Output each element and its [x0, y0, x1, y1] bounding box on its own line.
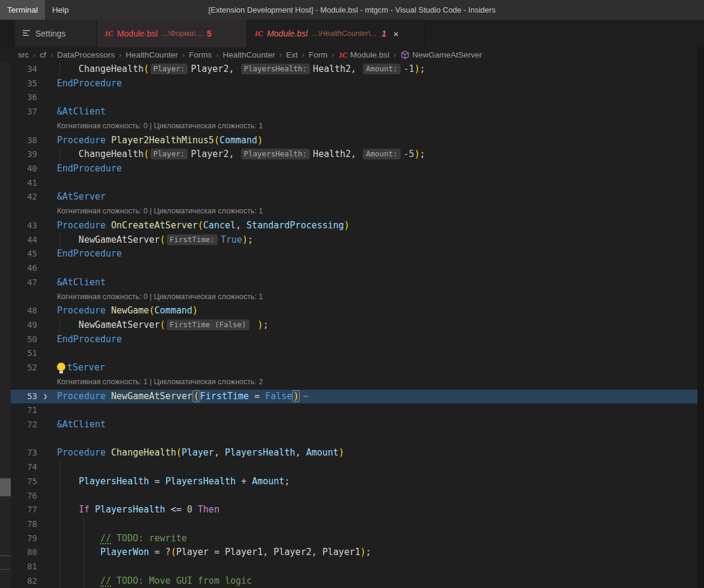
- line-number: 53: [11, 390, 37, 404]
- code-text: EndProcedure: [57, 247, 122, 261]
- token-var: Amount: [306, 447, 338, 458]
- code-line-41[interactable]: 41: [0, 176, 704, 191]
- code-text: EndProcedure: [57, 77, 122, 91]
- code-line-52[interactable]: 52tServer: [0, 361, 704, 375]
- lightbulb-icon[interactable]: [57, 363, 65, 371]
- token-txt: ChangeHealth: [57, 64, 144, 74]
- code-line-47[interactable]: 47&AtClient: [0, 276, 704, 290]
- code-line-82[interactable]: 82 // TODO: Move GUI from logic: [0, 574, 704, 588]
- breadcrumb-item-healthcounter[interactable]: ›HealthCounter: [115, 50, 177, 59]
- code-line-53[interactable]: 53❯Procedure NewGameAtServer(FirstTime =…: [0, 390, 704, 404]
- code-line-77[interactable]: 77 If PlayersHealth <= 0 Then: [0, 503, 704, 517]
- token-fn: OnCreateAtServer: [111, 220, 198, 231]
- code-text: &AtServer: [57, 190, 106, 204]
- tab-module-bsl-healthcounter[interactable]: 1C Module.bsl ...\HealthCounter\... 1 ×: [247, 20, 425, 47]
- token-cmt: TODO: Move GUI from logic: [111, 575, 252, 586]
- code-line-39[interactable]: 39 ChangeHealth(Player:Player2, PlayersH…: [0, 147, 704, 162]
- token-var: StandardProcessing: [246, 220, 344, 231]
- code-line-40[interactable]: 40EndProcedure: [0, 162, 704, 176]
- code-line-34[interactable]: 34 ChangeHealth(Player:Player2, PlayersH…: [0, 62, 704, 77]
- code-line-38[interactable]: 38Procedure Player2HealthMinus5(Command): [0, 134, 704, 148]
- token-par: (: [144, 149, 149, 159]
- token-txt: Player2,: [191, 64, 239, 74]
- line-number: 41: [11, 176, 37, 191]
- token-bpar: ): [292, 390, 300, 402]
- indent-guide: [59, 560, 60, 574]
- codelens-complexity-label[interactable]: Когнитивная сложность: 0 | Цикломатическ…: [57, 119, 263, 134]
- empty-row: [0, 432, 704, 447]
- line-number: 77: [11, 503, 37, 517]
- token-txt: [192, 504, 198, 515]
- tab-settings[interactable]: Settings: [15, 20, 97, 47]
- breadcrumb-label: Form: [309, 50, 328, 59]
- breadcrumb-item-module.bsl[interactable]: ›1CModule.bsl: [327, 50, 389, 60]
- code-line-80[interactable]: 80 PlayerWon = ?(Player = Player1, Playe…: [0, 545, 704, 560]
- token-txt: +: [236, 476, 252, 487]
- code-line-48[interactable]: 48Procedure NewGame(Command): [0, 304, 704, 318]
- token-par: ): [344, 220, 350, 231]
- breadcrumb-item-ext[interactable]: ›Ext: [275, 50, 298, 59]
- scrollbar-thumb[interactable]: [0, 478, 11, 496]
- code-line-76[interactable]: 76: [0, 489, 704, 503]
- code-line-35[interactable]: 35EndProcedure: [0, 77, 704, 91]
- breadcrumb-item-newgameatserver[interactable]: ›NewGameAtServer: [389, 50, 482, 59]
- code-text: Procedure OnCreateAtServer(Cancel, Stand…: [57, 219, 350, 233]
- token-kw: False: [265, 391, 292, 402]
- editor-scrollbar[interactable]: [697, 47, 704, 588]
- indent-guide: [59, 460, 60, 475]
- breadcrumb-item-healthcounter[interactable]: ›HealthCounter: [212, 50, 275, 59]
- code-line-74[interactable]: 74: [0, 460, 704, 475]
- breadcrumb-item-dataprocessors[interactable]: ›DataProcessors: [46, 50, 115, 59]
- menu-terminal[interactable]: Terminal: [0, 0, 45, 20]
- line-number: 38: [11, 134, 37, 148]
- code-line-72[interactable]: 72&AtClient: [0, 418, 704, 432]
- line-number: 75: [11, 475, 37, 489]
- code-editor[interactable]: 34 ChangeHealth(Player:Player2, PlayersH…: [0, 62, 704, 588]
- code-line-79[interactable]: 79 // TODO: rewrite: [0, 532, 704, 546]
- tab-module-bsl-forma[interactable]: 1C Module.bsl ...\Форма\... 5: [97, 20, 247, 47]
- code-line-36[interactable]: 36: [0, 91, 704, 105]
- code-line-71[interactable]: 71: [0, 403, 704, 418]
- token-kw: Procedure: [57, 135, 111, 146]
- tab-path-description: ...\Форма\...: [162, 29, 202, 38]
- code-line-49[interactable]: 49 NewGameAtServer(FirstTime (False) );: [0, 318, 704, 333]
- codelens-complexity-label[interactable]: Когнитивная сложность: 0 | Цикломатическ…: [57, 290, 263, 304]
- code-line-51[interactable]: 51: [0, 346, 704, 361]
- code-line-81[interactable]: 81: [0, 560, 704, 574]
- token-fn: NewGameAtServer: [111, 391, 192, 402]
- code-line-37[interactable]: 37&AtClient: [0, 105, 704, 119]
- code-line-45[interactable]: 45EndProcedure: [0, 247, 704, 261]
- code-line-75[interactable]: 75 PlayersHealth = PlayersHealth + Amoun…: [0, 475, 704, 489]
- code-line-78[interactable]: 78: [0, 517, 704, 532]
- code-line-44[interactable]: 44 NewGameAtServer(FirstTime:True);: [0, 233, 704, 248]
- breadcrumb-item-cf[interactable]: ›cf: [29, 50, 46, 59]
- breadcrumb-item-form[interactable]: ›Form: [298, 50, 328, 59]
- code-line-43[interactable]: 43Procedure OnCreateAtServer(Cancel, Sta…: [0, 219, 704, 233]
- left-editor-group-scrollbar[interactable]: [0, 62, 11, 588]
- code-line-50[interactable]: 50EndProcedure: [0, 333, 704, 347]
- token-kw: Procedure: [57, 220, 111, 231]
- token-var: PlayerWon: [100, 547, 149, 557]
- code-text: tServer: [57, 361, 105, 375]
- codelens-complexity-label[interactable]: Когнитивная сложность: 1 | Цикломатическ…: [57, 375, 263, 390]
- menu-help[interactable]: Help: [45, 0, 76, 20]
- token-par: (: [149, 305, 155, 316]
- indent-guide: [59, 517, 60, 532]
- code-line-73[interactable]: 73Procedure ChangeHealth(Player, Players…: [0, 446, 704, 460]
- close-icon[interactable]: ×: [393, 29, 399, 39]
- token-var: Command: [219, 135, 257, 146]
- breadcrumb-item-forms[interactable]: ›Forms: [178, 50, 212, 59]
- fold-collapsed-icon[interactable]: ❯: [43, 390, 47, 404]
- codelens-complexity-label[interactable]: Когнитивная сложность: 0 | Цикломатическ…: [57, 204, 263, 219]
- code-line-42[interactable]: 42&AtServer: [0, 190, 704, 204]
- chevron-right-icon: ›: [302, 50, 305, 59]
- line-number: 81: [11, 560, 37, 574]
- breadcrumb-label: Ext: [286, 50, 298, 59]
- breadcrumb-label: HealthCounter: [126, 50, 178, 59]
- indent-guide: [83, 517, 84, 532]
- line-number: 48: [11, 304, 37, 318]
- token-par: ): [414, 64, 420, 74]
- code-line-46[interactable]: 46: [0, 261, 704, 276]
- token-var: Amount: [252, 476, 284, 487]
- breadcrumb-item-src[interactable]: src: [18, 50, 29, 59]
